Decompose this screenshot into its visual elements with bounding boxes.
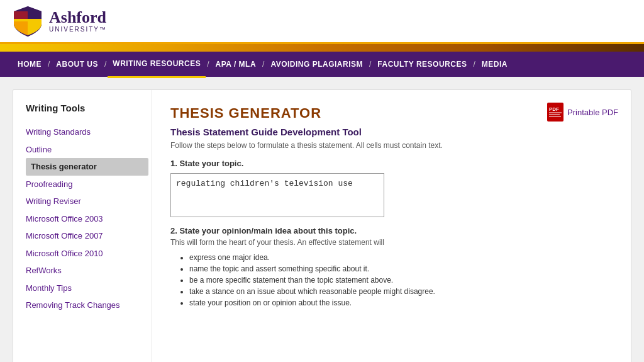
sidebar-link-ms-office-2003[interactable]: Microsoft Office 2003: [26, 210, 151, 228]
logo-name: Ashford: [49, 9, 107, 26]
sidebar-link-refworks[interactable]: RefWorks: [26, 262, 151, 280]
bullet-item-2: name the topic and assert something spec…: [189, 263, 612, 274]
printable-pdf-link[interactable]: PDF Printable PDF: [547, 103, 618, 122]
page-heading: THESIS GENERATOR: [170, 105, 612, 122]
nav-sep-6: /: [472, 60, 476, 69]
bullet-item-4: take a stance on an issue about which re…: [189, 286, 612, 297]
nav-sep-2: /: [103, 60, 108, 69]
logo-icon: [13, 5, 43, 38]
step1-label: 1. State your topic.: [170, 159, 612, 168]
sidebar-link-proofreading[interactable]: Proofreading: [26, 176, 151, 193]
nav-writing-resources[interactable]: WRITING RESOURCES: [108, 51, 206, 78]
logo-university: UNIVERSITY™: [49, 26, 107, 33]
content-box: Writing Tools Writing Standards Outline …: [13, 89, 631, 362]
nav-plagiarism[interactable]: AVOIDING PLAGIARISM: [265, 52, 368, 77]
logo-area: Ashford UNIVERSITY™: [13, 5, 107, 38]
nav-apa-mla[interactable]: APA / MLA: [211, 52, 262, 77]
bullet-item-5: state your position on or opinion about …: [189, 297, 612, 308]
nav-sep-1: /: [47, 60, 51, 69]
page-subheading: Thesis Statement Guide Development Tool: [170, 127, 612, 137]
nav-home[interactable]: HOME: [13, 52, 47, 77]
main-area: PDF Printable PDF THESIS GENERATOR Thesi…: [152, 90, 631, 362]
logo-text: Ashford UNIVERSITY™: [49, 9, 107, 33]
step2-label: 2. State your opinion/main idea about th…: [170, 226, 612, 235]
sidebar-link-ms-office-2010[interactable]: Microsoft Office 2010: [26, 245, 151, 263]
header: Ashford UNIVERSITY™: [0, 0, 644, 44]
svg-text:PDF: PDF: [549, 106, 559, 112]
nav-sep-5: /: [368, 60, 372, 69]
sidebar: Writing Tools Writing Standards Outline …: [13, 90, 152, 362]
step2-description: This will form the heart of your thesis.…: [170, 238, 612, 247]
sidebar-link-monthly-tips[interactable]: Monthly Tips: [26, 280, 151, 297]
bullet-item-3: be a more specific statement than the to…: [189, 274, 612, 286]
sidebar-link-thesis-generator[interactable]: Thesis generator: [26, 158, 148, 176]
page-description: Follow the steps below to formulate a th…: [170, 141, 612, 150]
nav-faculty[interactable]: FACULTY RESOURCES: [372, 52, 472, 77]
nav-media[interactable]: MEDIA: [477, 52, 513, 77]
bullet-item-1: express one major idea.: [189, 252, 612, 263]
nav-sep-4: /: [261, 60, 265, 69]
sidebar-link-writing-reviser[interactable]: Writing Reviser: [26, 193, 151, 210]
pdf-icon: PDF: [547, 103, 564, 122]
gold-bar: [0, 44, 644, 52]
printable-pdf-label: Printable PDF: [567, 108, 618, 117]
nav-sep-3: /: [206, 60, 210, 69]
bullet-list: express one major idea. name the topic a…: [170, 252, 612, 308]
nav-about[interactable]: ABOUT US: [51, 52, 103, 77]
svg-rect-0: [547, 103, 564, 122]
main-nav: HOME / ABOUT US / WRITING RESOURCES / AP…: [0, 52, 644, 77]
sidebar-link-writing-standards[interactable]: Writing Standards: [26, 123, 151, 141]
main-container: Writing Tools Writing Standards Outline …: [0, 77, 644, 362]
sidebar-title: Writing Tools: [26, 103, 151, 113]
sidebar-link-outline[interactable]: Outline: [26, 141, 151, 159]
sidebar-link-ms-office-2007[interactable]: Microsoft Office 2007: [26, 227, 151, 245]
sidebar-link-removing-track-changes[interactable]: Removing Track Changes: [26, 297, 151, 314]
topic-textarea[interactable]: [170, 173, 384, 217]
